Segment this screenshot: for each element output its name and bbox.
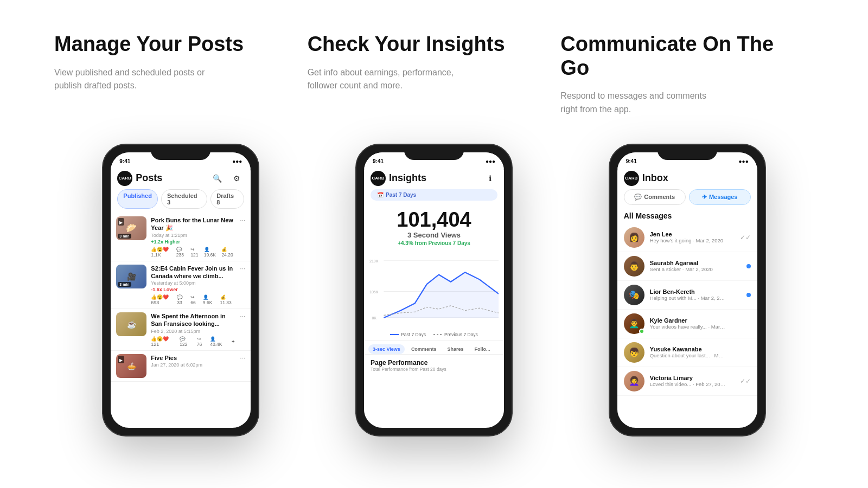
post-info-1: Pork Buns for the Lunar New Year 🎉 Today… <box>151 216 235 258</box>
message-item-2[interactable]: 👨 Saurabh Agarwal Sent a sticker · Mar 2… <box>617 252 757 281</box>
shares-2: ↪ 66 <box>190 294 199 305</box>
feature-column-communicate: Communicate On The Go Respond to message… <box>560 33 814 117</box>
post-thumb-1: 🥟 3 min ▶ <box>116 216 146 240</box>
app-title-inbox: Inbox <box>642 172 668 184</box>
comment-bubble-icon: 💬 <box>634 194 642 201</box>
message-item-5[interactable]: 👦 Yusuke Kawanabe Question about your la… <box>617 338 757 367</box>
legend-current: Past 7 Days <box>390 332 426 337</box>
msg-preview-3: Helping out with M... · Mar 2, 2020 <box>650 295 726 301</box>
post-menu-1[interactable]: ··· <box>240 216 245 224</box>
feature-title-communicate: Communicate On The Go <box>560 33 792 80</box>
status-icons-1: ●●● <box>232 158 242 164</box>
post-title-1: Pork Buns for the Lunar New Year 🎉 <box>151 216 235 232</box>
phone-notch-2 <box>404 145 464 160</box>
phone-insights-frame: 9:41 ●●● CARB Insights ℹ 📅 <box>355 144 513 436</box>
filter-icon-posts[interactable]: ⚙ <box>229 171 244 186</box>
phones-section: 9:41 ●●● CARB Posts 🔍 ⚙ <box>54 144 814 488</box>
tab-messages-inbox[interactable]: ✈ Messages <box>689 189 751 205</box>
legend-label-previous: Previous 7 Days <box>444 332 478 337</box>
post-time-3: Feb 2, 2020 at 5:15pm <box>151 329 235 334</box>
post-perf-2: -1.6x Lower <box>151 287 235 292</box>
post-time-2: Yesterday at 5:00pm <box>151 280 235 286</box>
post-menu-2[interactable]: ··· <box>240 265 245 272</box>
post-stats-3: 👍😮❤️ 121 💬 122 ↪ 76 👤 40.4K ✦ <box>151 336 235 347</box>
msg-preview-6: Loved this video... · Feb 27, 2020 <box>650 381 726 387</box>
phone-inbox-frame: 9:41 ●●● CARB Inbox 💬 <box>609 144 766 436</box>
message-item-3[interactable]: 🎭 Lior Ben-Kereth Helping out with M... … <box>617 281 757 310</box>
app-header-left-posts: CARB Posts <box>117 171 162 186</box>
inbox-header: CARB Inbox <box>617 169 757 189</box>
svg-text:105K: 105K <box>369 290 379 294</box>
phone-posts-wrapper: 9:41 ●●● CARB Posts 🔍 ⚙ <box>54 144 308 436</box>
insight-tab-followers[interactable]: Follo... <box>470 344 494 354</box>
pp-title: Page Performance <box>371 359 497 367</box>
insight-tab-3sec[interactable]: 3-sec Views <box>368 344 405 354</box>
phone-inbox-wrapper: 9:41 ●●● CARB Inbox 💬 <box>560 144 814 436</box>
tab-published[interactable]: Published <box>117 189 158 209</box>
msg-content-5: Yusuke Kawanabe Question about your last… <box>650 346 745 358</box>
tab-comments-inbox[interactable]: 💬 Comments <box>624 189 686 205</box>
phone-insights-screen: 9:41 ●●● CARB Insights ℹ 📅 <box>364 152 504 428</box>
post-perf-1: +1.2x Higher <box>151 239 235 245</box>
msg-preview-4: Your videos have really... · Mar 1, 2020 <box>650 324 726 330</box>
legend-previous: Previous 7 Days <box>433 332 478 337</box>
post-title-2: S2:E4 Cabin Fever Join us in Canada wher… <box>151 265 235 280</box>
shares-3: ↪ 76 <box>197 336 207 347</box>
tab-scheduled[interactable]: Scheduled 3 <box>161 189 207 209</box>
reactions-1: 👍😮❤️ 1.1K <box>151 247 173 258</box>
phone-inbox-screen: 9:41 ●●● CARB Inbox 💬 <box>617 152 757 428</box>
insight-tab-shares[interactable]: Shares <box>443 344 468 354</box>
post-item-4: 🥧 ▶ Five Pies Jan 27, 2020 at 6:02pm ·· <box>111 351 251 382</box>
feature-desc-posts: View published and scheduled posts or pu… <box>54 66 217 93</box>
msg-meta-2 <box>746 264 751 268</box>
metric-change: +4.3% from Previous 7 Days <box>364 240 504 246</box>
post-info-3: We Spent the Afternoon in San Fransisco … <box>151 312 235 347</box>
feature-desc-insights: Get info about earnings, performance, fo… <box>308 66 470 93</box>
tab-messages-label: Messages <box>709 194 738 200</box>
insights-chart: 210K 105K 0K <box>369 248 499 330</box>
post-thumb-3: ☕ <box>116 312 146 336</box>
earnings-2: 💰 11.33 <box>220 294 236 305</box>
svg-text:0K: 0K <box>372 316 376 320</box>
reactions-2: 👍😮❤️ 693 <box>151 294 174 305</box>
insight-tabs: 3-sec Views Comments Shares Follo... <box>364 341 504 354</box>
phone-posts-frame: 9:41 ●●● CARB Posts 🔍 ⚙ <box>102 144 259 436</box>
msg-name-5: Yusuke Kawanabe <box>650 346 745 352</box>
avatar-yusuke: 👦 <box>624 342 644 363</box>
phone-notch-3 <box>658 145 717 160</box>
metric-number: 101,404 <box>364 209 504 230</box>
info-icon-insights[interactable]: ℹ <box>482 171 497 186</box>
post-item-3: ☕ We Spent the Afternoon in San Fransisc… <box>111 309 251 351</box>
post-stats-1: 👍😮❤️ 1.1K 💬 233 ↪ 121 👤 19.6K 💰 24.20 <box>151 247 235 258</box>
post-menu-3[interactable]: ··· <box>240 312 245 320</box>
msg-content-1: Jen Lee Hey how's it going · Mar 2, 2020 <box>650 231 735 243</box>
message-item-4[interactable]: 👨‍🦱 Kyle Gardner Your videos have really… <box>617 310 757 338</box>
post-thumb-4: 🥧 ▶ <box>116 354 146 378</box>
post-title-3: We Spent the Afternoon in San Fransisco … <box>151 312 235 328</box>
post-thumb-2: 🎥 3 min <box>116 265 146 288</box>
reactions-3: 👍😮❤️ 121 <box>151 336 176 347</box>
feature-column-insights: Check Your Insights Get info about earni… <box>308 33 561 117</box>
msg-name-1: Jen Lee <box>650 231 735 237</box>
search-icon-posts[interactable]: 🔍 <box>209 171 225 186</box>
date-range-btn[interactable]: 📅 Past 7 Days <box>371 189 497 201</box>
phone-insights-wrapper: 9:41 ●●● CARB Insights ℹ 📅 <box>308 144 561 436</box>
legend-line-previous <box>433 334 442 335</box>
msg-name-2: Saurabh Agarwal <box>650 260 741 266</box>
carb-logo-2: CARB <box>371 171 386 186</box>
page-performance: Page Performance Total Performance from … <box>364 354 504 374</box>
feature-column-posts: Manage Your Posts View published and sch… <box>54 33 308 117</box>
msg-preview-1: Hey how's it going · Mar 2, 2020 <box>650 237 726 243</box>
post-menu-4[interactable]: ··· <box>240 354 245 362</box>
tab-drafts[interactable]: Drafts 8 <box>210 189 244 209</box>
phone-posts-screen: 9:41 ●●● CARB Posts 🔍 ⚙ <box>111 152 251 428</box>
msg-meta-6: ✓✓ <box>740 377 751 385</box>
message-item-1[interactable]: 👩 Jen Lee Hey how's it going · Mar 2, 20… <box>617 223 757 252</box>
unread-dot-2 <box>746 264 751 268</box>
features-header: Manage Your Posts View published and sch… <box>54 33 814 117</box>
check-icon-6: ✓✓ <box>740 377 751 385</box>
message-item-6[interactable]: 👩‍🦱 Victoria Limary Loved this video... … <box>617 367 757 396</box>
post-item-2: 🎥 3 min S2:E4 Cabin Fever Join us in Can… <box>111 261 251 310</box>
app-header-left-inbox: CARB Inbox <box>624 171 668 186</box>
insight-tab-comments[interactable]: Comments <box>407 344 441 354</box>
